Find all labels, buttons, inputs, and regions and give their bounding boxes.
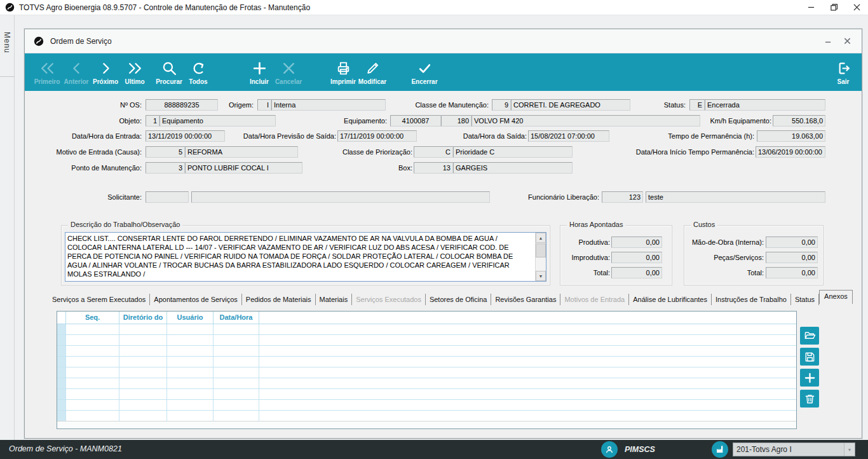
horas-total-label: Total:: [563, 267, 610, 278]
table-row[interactable]: [57, 335, 796, 346]
classe-priorizacao-code-field[interactable]: C: [414, 146, 453, 158]
motivo-entrada-desc-field[interactable]: REFORMA: [185, 146, 298, 158]
add-attachment-button[interactable]: [800, 369, 819, 387]
solicitante-code-field[interactable]: [146, 191, 189, 203]
table-row[interactable]: [57, 324, 796, 335]
add-button[interactable]: Incluir: [245, 53, 274, 91]
print-button[interactable]: Imprimir: [329, 53, 358, 91]
table-row[interactable]: [57, 357, 796, 367]
scroll-down-icon[interactable]: ▼: [536, 271, 546, 281]
motivo-entrada-code-field[interactable]: 5: [146, 146, 185, 158]
horas-total-field[interactable]: 0,00: [611, 267, 662, 278]
table-row[interactable]: [57, 367, 796, 378]
tab-anexos[interactable]: Anexos: [819, 290, 853, 304]
produtiva-field[interactable]: 0,00: [611, 236, 662, 248]
equipamento-code-field[interactable]: 4100087: [390, 115, 441, 127]
exit-button[interactable]: Sair: [829, 53, 858, 91]
first-button[interactable]: Primeiro: [32, 53, 62, 91]
solicitante-desc-field[interactable]: [191, 191, 490, 203]
table-cell: [119, 378, 167, 388]
company-badge[interactable]: [712, 441, 728, 458]
grid-horizontal-scrollbar[interactable]: [57, 421, 796, 428]
pecas-servicos-field[interactable]: 0,00: [766, 252, 818, 263]
save-attachment-button[interactable]: [800, 348, 819, 366]
dialog-minimize-button[interactable]: [820, 34, 836, 49]
table-cell: [214, 411, 259, 421]
company-selector[interactable]: 201-Totvs Agro I ▼: [733, 442, 855, 456]
origem-code-field[interactable]: I: [257, 99, 271, 111]
grid-header-seq[interactable]: Seq.: [66, 312, 119, 324]
last-button[interactable]: Ultimo: [120, 53, 149, 91]
kmh-field[interactable]: 550.168,0: [773, 115, 825, 127]
entrada-field[interactable]: 13/11/2019 00:00:00: [146, 130, 225, 142]
cancel-button[interactable]: Cancelar: [274, 53, 303, 91]
table-cell: [119, 389, 167, 399]
classe-manutencao-code-field[interactable]: 9: [492, 99, 511, 111]
table-cell: [167, 378, 214, 388]
equipamento-code2-field[interactable]: 180: [441, 115, 471, 127]
table-row[interactable]: [57, 411, 796, 421]
table-row[interactable]: [57, 346, 796, 357]
tab-instrucoes-de-trabalho[interactable]: Instruções de Trabalho: [712, 294, 791, 305]
scroll-up-icon[interactable]: ▲: [536, 233, 546, 243]
descricao-scrollbar[interactable]: ▲ ▼: [535, 233, 546, 281]
scroll-thumb[interactable]: [536, 243, 546, 257]
tab-analise-de-lubrificantes[interactable]: Análise de Lubrificantes: [629, 294, 712, 305]
classe-priorizacao-desc-field[interactable]: Prioridade C: [453, 146, 573, 158]
improdutiva-field[interactable]: 0,00: [611, 252, 662, 263]
menu-strip: Menu: [0, 15, 15, 440]
custos-total-field[interactable]: 0,00: [766, 267, 818, 278]
descricao-textarea[interactable]: CHECK LIST.... CONSERTAR LENTE DO FAROL …: [65, 232, 546, 282]
tab-pedidos-de-materiais[interactable]: Pedidos de Materiais: [242, 294, 316, 305]
funcionario-liberacao-code-field[interactable]: 123: [602, 191, 643, 203]
menu-tab[interactable]: Menu: [3, 32, 11, 53]
minimize-button[interactable]: [799, 0, 822, 15]
table-cell: [66, 400, 119, 410]
modify-button[interactable]: Modificar: [358, 53, 387, 91]
tab-revisoes-garantias[interactable]: Revisões Garantias: [491, 294, 560, 305]
table-row[interactable]: [57, 389, 796, 400]
grid-header-diretorio[interactable]: Diretório do: [119, 312, 167, 324]
tab-setores-de-oficina[interactable]: Setores de Oficina: [426, 294, 492, 305]
next-button[interactable]: Próximo: [91, 53, 120, 91]
restore-button[interactable]: [822, 0, 845, 15]
previsao-saida-field[interactable]: 17/11/2019 00:00:00: [337, 130, 417, 142]
open-attachment-button[interactable]: [800, 327, 819, 345]
all-button[interactable]: Todos: [184, 53, 213, 91]
grid-header-datahora[interactable]: Data/Hora: [214, 312, 259, 324]
objeto-code-field[interactable]: 1: [146, 115, 159, 127]
previous-button[interactable]: Anterior: [62, 53, 91, 91]
tempo-permanencia-field[interactable]: 19.063,00: [757, 130, 825, 142]
box-desc-field[interactable]: GARGEIS: [453, 162, 573, 174]
delete-attachment-button[interactable]: [800, 390, 819, 408]
tab-materiais[interactable]: Materiais: [316, 294, 353, 305]
user-avatar[interactable]: [601, 441, 618, 458]
table-row[interactable]: [57, 378, 796, 389]
table-cell: [259, 346, 796, 356]
ponto-manutencao-desc-field[interactable]: PONTO LUBRIF COCAL I: [185, 162, 302, 174]
inicio-permanencia-field[interactable]: 13/06/2019 00:00:00: [756, 146, 825, 158]
close-button[interactable]: [845, 0, 868, 15]
classe-manutencao-desc-field[interactable]: CORRETI. DE AGREGADO: [511, 99, 630, 111]
status-label: Status:: [622, 99, 686, 111]
tab-status[interactable]: Status: [791, 294, 819, 305]
dropdown-arrow-icon[interactable]: ▼: [844, 443, 855, 456]
origem-desc-field[interactable]: Interna: [271, 99, 386, 111]
equipamento-desc-field[interactable]: VOLVO FM 420: [471, 115, 700, 127]
funcionario-liberacao-desc-field[interactable]: teste: [646, 191, 825, 203]
box-code-field[interactable]: 13: [414, 162, 453, 174]
grid-header-usuario[interactable]: Usuário: [167, 312, 214, 324]
objeto-desc-field[interactable]: Equipamento: [159, 115, 276, 127]
program-id: Ordem de Serviço - MANM0821: [9, 444, 122, 453]
finish-button[interactable]: Encerrar: [410, 53, 439, 91]
status-code-field[interactable]: E: [689, 99, 705, 111]
status-desc-field[interactable]: Encerrada: [705, 99, 825, 111]
tab-apontamentos-de-servicos[interactable]: Apontamentos de Serviços: [150, 294, 241, 305]
search-button[interactable]: Procurar: [154, 53, 184, 91]
tab-servicos-a-serem-executados[interactable]: Serviços a Serem Executados: [48, 294, 150, 305]
saida-field[interactable]: 15/08/2021 07:00:00: [528, 130, 609, 142]
ponto-manutencao-code-field[interactable]: 3: [146, 162, 185, 174]
dialog-close-button[interactable]: [839, 34, 855, 49]
table-row[interactable]: [57, 400, 796, 411]
mao-de-obra-field[interactable]: 0,00: [766, 236, 818, 248]
